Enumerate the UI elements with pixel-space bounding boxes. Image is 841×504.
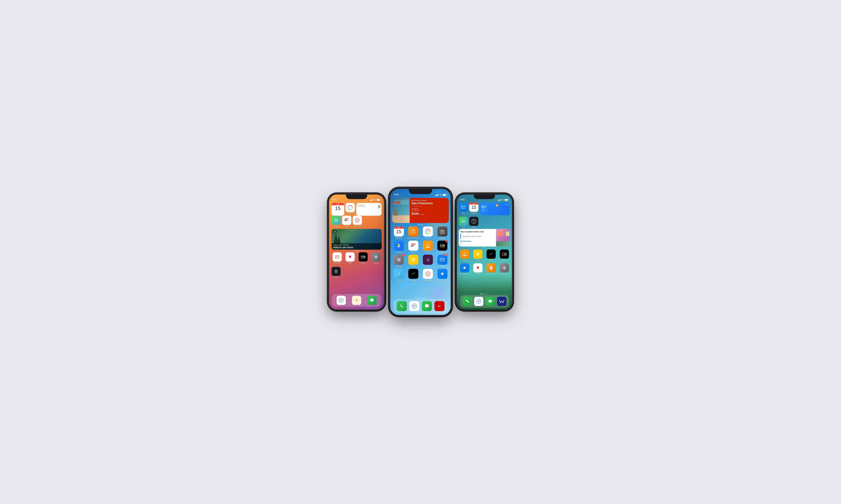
- phone2-reminders[interactable]: Reminders: [421, 269, 434, 282]
- svg-point-48: [397, 275, 398, 275]
- phone3-dot1: [480, 293, 481, 294]
- phone3-vrbo-dock[interactable]: [497, 297, 506, 306]
- phone1-photos-icon[interactable]: [346, 203, 355, 212]
- phone3-vrbo-widget[interactable]: Your vacation starts now! Your check-in …: [459, 229, 510, 247]
- phone3-maps[interactable]: 280 Maps: [459, 217, 468, 228]
- phone2-app-grid: TUE 15 Calendar App Distribution: [392, 227, 449, 282]
- phone3-appstore[interactable]: App Store: [459, 263, 470, 275]
- hotwire-subtitle: WEEKEND GETAWAY: [412, 200, 447, 201]
- phone3-stocks[interactable]: Stocks: [485, 250, 497, 261]
- phone2-calendar[interactable]: TUE 15 Calendar: [392, 227, 405, 239]
- svg-rect-0: [370, 200, 371, 201]
- hotwire-stars: ★★★★☆: [412, 208, 447, 210]
- phone2-camera[interactable]: Camera: [436, 227, 449, 239]
- phone1-safari-dock[interactable]: [337, 296, 346, 305]
- phone3-settings[interactable]: Settings: [498, 263, 510, 275]
- phone1-watch-icon[interactable]: Watch: [331, 267, 341, 278]
- phone1-calendar-widget[interactable]: TUE 15: [331, 203, 344, 216]
- phone2-weather[interactable]: Weather: [392, 240, 405, 253]
- phone1-photos-wrapper: Photos: [346, 203, 355, 216]
- phone2-phone-dock[interactable]: [397, 301, 407, 311]
- phone2-notes[interactable]: Notes: [407, 255, 420, 267]
- phone3-row3: Home Notes Stocks: [459, 250, 510, 261]
- phone2-home[interactable]: Home: [421, 240, 434, 253]
- svg-rect-5: [377, 199, 380, 200]
- phone2-hotwire-widget[interactable]: 35% off WEEKEND GETAWAY San Francisco 🚗1…: [392, 198, 449, 223]
- phone1-reminders3-icon[interactable]: Reminders: [331, 252, 343, 264]
- svg-rect-47: [440, 258, 444, 261]
- phone2-messages-dock[interactable]: [422, 301, 432, 311]
- phone1-app-row3: Reminders Health Wallet: [331, 252, 382, 264]
- phone3-messages-dock[interactable]: [485, 297, 495, 306]
- phone2-stocks[interactable]: Stocks: [407, 269, 420, 282]
- phone2-signal: [435, 194, 438, 196]
- phone3-ibooks[interactable]: iBooks: [485, 263, 497, 275]
- phone3-page-dots: [457, 293, 512, 294]
- phone1-reminders-icon[interactable]: Reminders: [353, 216, 362, 227]
- hotwire-badge: 35% off: [394, 202, 400, 203]
- phone1-expedia-dock[interactable]: ✈: [352, 296, 361, 305]
- phone1-reminders2-label: Reminders: [354, 225, 361, 227]
- phone2-safari-dock[interactable]: [409, 301, 419, 311]
- phone2-news[interactable]: News: [407, 240, 420, 253]
- phone3-home[interactable]: Home: [459, 250, 470, 261]
- phone3-appstore-label: App Store: [461, 273, 468, 275]
- phone3-mail[interactable]: Mail: [459, 203, 468, 215]
- phone1-reminders-widget[interactable]: Reminders No Reminders 0: [356, 203, 382, 216]
- svg-point-45: [426, 260, 428, 261]
- vrbo-footer: Vrbo: [457, 247, 512, 249]
- weather-city: Austin: [505, 204, 509, 205]
- phone3-notes[interactable]: Notes: [472, 250, 484, 261]
- phone2-weather-label: Weather: [395, 251, 402, 253]
- phone3-health[interactable]: Health: [472, 263, 484, 275]
- hotwire-price: $109: [412, 212, 418, 215]
- phone1-wallet-icon[interactable]: Wallet: [357, 252, 369, 264]
- phone2-screen: 9:41: [390, 189, 451, 315]
- phone1-screen: 9:41 TUE 15: [329, 195, 384, 310]
- phone2-travel-label: Travel: [396, 280, 401, 282]
- phone3-wallet[interactable]: Wallet: [498, 250, 510, 261]
- cal-day-name: TUE: [331, 203, 344, 205]
- phone3-phone-dock[interactable]: [463, 297, 472, 306]
- dot5: [423, 298, 424, 299]
- phone2-battery: [443, 194, 447, 196]
- phone1-news-icon[interactable]: News: [342, 216, 351, 227]
- svg-rect-23: [435, 195, 436, 196]
- phone1-messages-dock[interactable]: [367, 296, 377, 305]
- phone3-calendar[interactable]: TUE 15 Calendar: [469, 203, 479, 215]
- phone3-dot5: [487, 293, 488, 294]
- phone2-hotwire-dock[interactable]: hw: [434, 301, 444, 311]
- phone2-appdistr[interactable]: App Distribution: [407, 227, 420, 239]
- phone1-settings-icon[interactable]: Settings: [371, 252, 382, 264]
- reminders-subtitle: No Reminders: [358, 206, 365, 207]
- expedia-temp: 80°F: [339, 244, 342, 246]
- phone2-news-label: News: [411, 251, 415, 253]
- hotwire-city: San Francisco: [412, 202, 447, 205]
- phone2-slack[interactable]: Slack: [421, 255, 434, 267]
- dot4: [421, 298, 422, 299]
- phone1-expedia-widget[interactable]: 7 days 80°F 4:00 PM Hotel in Lake Tahoe …: [331, 229, 382, 250]
- svg-rect-31: [412, 230, 415, 233]
- phone3-weather-widget[interactable]: Austin 95° Sunny H:100° L:85° ☀️: [480, 203, 510, 215]
- phone2-photos[interactable]: Photos: [421, 227, 434, 239]
- svg-text:280: 280: [335, 220, 337, 221]
- phone2-wifi: [439, 194, 442, 196]
- phone3-status-icons: [498, 199, 509, 201]
- vrbo-subtitle: Your check-in time is 4:00 PM: [463, 236, 494, 237]
- svg-rect-3: [372, 199, 373, 201]
- phone2-wallet[interactable]: 1 Wallet: [436, 240, 449, 253]
- phone2-mail[interactable]: 8,280 Mail: [436, 255, 449, 267]
- svg-rect-70: [490, 266, 492, 270]
- phone3-safari-dock[interactable]: [474, 297, 483, 306]
- phone2-travel[interactable]: Travel: [392, 269, 405, 282]
- phone2-appstore[interactable]: App Store: [436, 269, 449, 282]
- phone3-clock[interactable]: Clock: [469, 217, 479, 228]
- phone1-health-icon[interactable]: Health: [344, 252, 356, 264]
- phone1-maps-icon[interactable]: 280 Maps: [331, 216, 341, 227]
- vrbo-cta[interactable]: Get directions ›: [460, 240, 494, 242]
- phone2-status-icons: [435, 194, 447, 196]
- svg-point-27: [440, 195, 441, 196]
- svg-rect-60: [508, 200, 508, 200]
- phone-3: 9:41 Mail: [456, 194, 513, 310]
- phone2-settings[interactable]: 1 Settings: [392, 255, 405, 267]
